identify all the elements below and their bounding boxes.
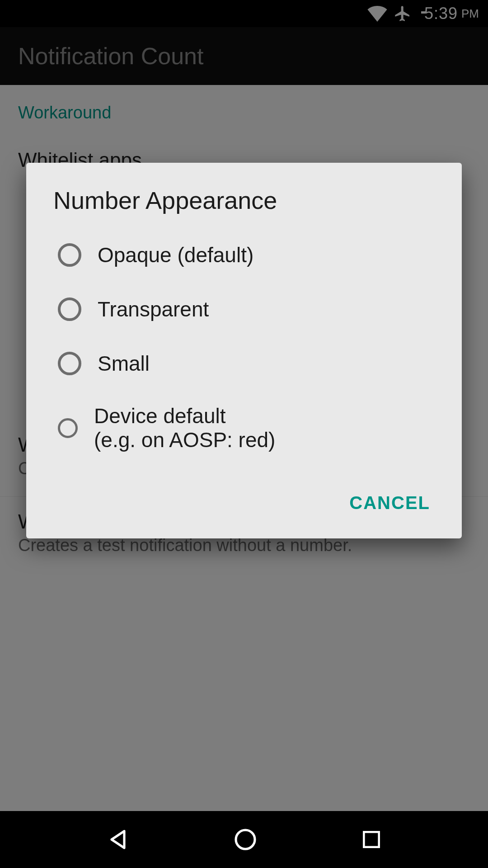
svg-point-0 [236, 830, 255, 849]
radio-label: Transparent [98, 297, 209, 321]
radio-option-transparent[interactable]: Transparent [35, 282, 453, 336]
radio-icon [58, 297, 81, 321]
radio-option-small[interactable]: Small [35, 336, 453, 391]
back-button[interactable] [105, 827, 131, 852]
home-button[interactable] [233, 827, 258, 852]
number-appearance-dialog: Number Appearance Opaque (default) Trans… [26, 163, 462, 538]
dialog-title: Number Appearance [26, 163, 462, 223]
radio-label: Device default (e.g. on AOSP: red) [94, 404, 275, 452]
dialog-options: Opaque (default) Transparent Small Devic… [26, 223, 462, 479]
svg-rect-1 [364, 832, 379, 847]
radio-option-opaque[interactable]: Opaque (default) [35, 228, 453, 282]
radio-option-device-default[interactable]: Device default (e.g. on AOSP: red) [35, 391, 453, 466]
radio-icon [58, 243, 81, 267]
navigation-bar [0, 811, 488, 868]
radio-label: Opaque (default) [98, 243, 253, 267]
cancel-button[interactable]: CANCEL [336, 484, 444, 522]
recent-apps-button[interactable] [360, 828, 383, 851]
dialog-actions: CANCEL [26, 479, 462, 538]
radio-icon [58, 418, 78, 438]
radio-icon [58, 352, 81, 375]
radio-label: Small [98, 352, 150, 376]
